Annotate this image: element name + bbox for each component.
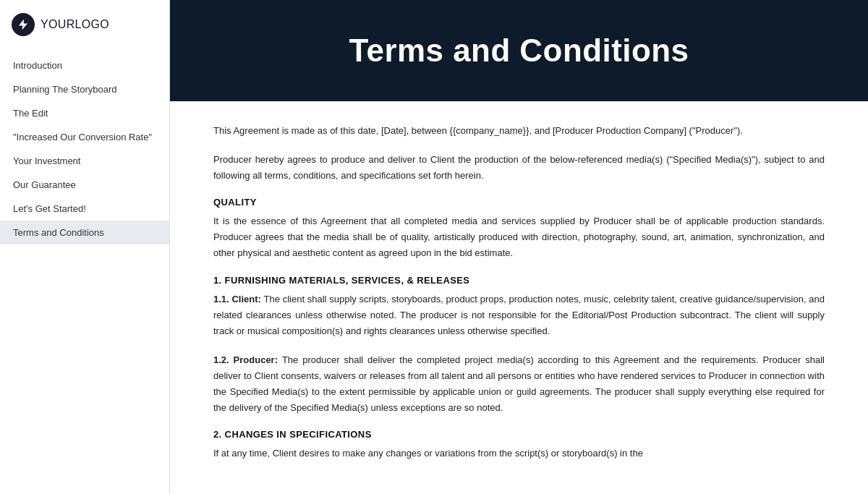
sidebar-item-2[interactable]: The Edit xyxy=(0,101,169,125)
sidebar-item-4[interactable]: Your Investment xyxy=(0,149,169,173)
sidebar-item-1[interactable]: Planning The Storyboard xyxy=(0,77,169,101)
content-body: This Agreement is made as of this date, … xyxy=(170,101,868,494)
logo-text: YOURLOGO xyxy=(41,18,109,31)
svg-marker-0 xyxy=(19,20,27,30)
quality-heading: QUALITY xyxy=(213,197,825,208)
section1-1-text: The client shall supply scripts, storybo… xyxy=(213,294,825,336)
sidebar-item-7[interactable]: Terms and Conditions xyxy=(0,221,169,244)
main-content: Terms and Conditions This Agreement is m… xyxy=(170,0,868,494)
section1: 1. FURNISHING MATERIALS, SERVICES, & REL… xyxy=(213,275,825,417)
section1-2-label: 1.2. Producer: xyxy=(213,354,282,365)
logo-bold: YOUR xyxy=(41,18,75,30)
sidebar-item-3[interactable]: "Increased Our Conversion Rate" xyxy=(0,125,169,149)
page-title: Terms and Conditions xyxy=(349,33,689,69)
bolt-icon xyxy=(12,13,35,36)
hero-banner: Terms and Conditions xyxy=(170,0,868,101)
section1-1-paragraph: 1.1. Client: The client shall supply scr… xyxy=(213,291,825,339)
logo-regular: LOGO xyxy=(75,18,110,30)
section1-heading: 1. FURNISHING MATERIALS, SERVICES, & REL… xyxy=(213,275,825,286)
sidebar: YOURLOGO IntroductionPlanning The Storyb… xyxy=(0,0,170,494)
sidebar-nav: IntroductionPlanning The StoryboardThe E… xyxy=(0,48,169,250)
quality-section: QUALITY It is the essence of this Agreem… xyxy=(213,197,825,261)
intro-paragraph-1: This Agreement is made as of this date, … xyxy=(213,123,825,139)
section1-1-label: 1.1. Client: xyxy=(213,294,264,305)
logo-area: YOURLOGO xyxy=(0,0,169,48)
section1-2-text: The producer shall deliver the completed… xyxy=(213,354,825,413)
section2-paragraph: If at any time, Client desires to make a… xyxy=(213,446,825,461)
section1-2-paragraph: 1.2. Producer: The producer shall delive… xyxy=(213,352,825,416)
section2-heading: 2. CHANGES IN SPECIFICATIONS xyxy=(213,429,825,440)
section2: 2. CHANGES IN SPECIFICATIONS If at any t… xyxy=(213,429,825,461)
quality-paragraph: It is the essence of this Agreement that… xyxy=(213,213,825,261)
intro-paragraph-2: Producer hereby agrees to produce and de… xyxy=(213,152,825,184)
sidebar-item-6[interactable]: Let's Get Started! xyxy=(0,197,169,221)
sidebar-item-5[interactable]: Our Guarantee xyxy=(0,173,169,197)
sidebar-item-0[interactable]: Introduction xyxy=(0,54,169,77)
